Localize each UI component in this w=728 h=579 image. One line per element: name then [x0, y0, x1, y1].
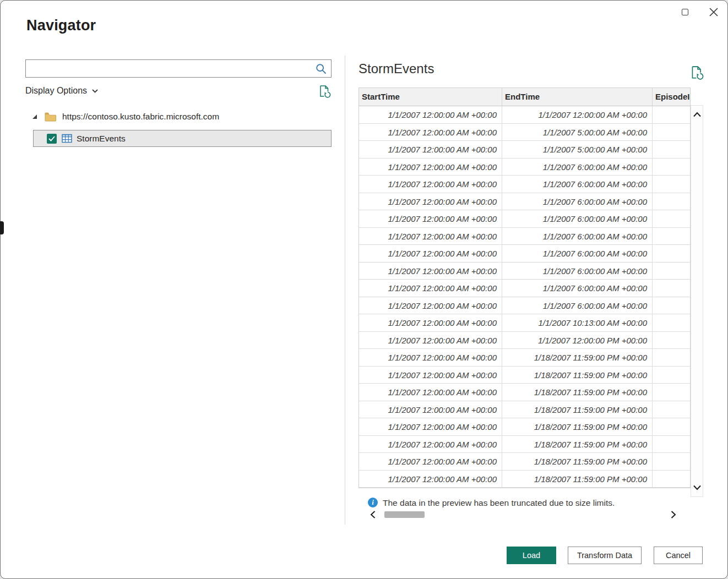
table-cell: 1/1/2007 12:00:00 AM +00:00 — [502, 106, 653, 124]
table-cell: 1/1/2007 12:00:00 AM +00:00 — [359, 401, 502, 419]
table-row: 1/1/2007 12:00:00 AM +00:001/1/2007 6:00… — [359, 228, 690, 245]
tree-item-label: StormEvents — [77, 134, 126, 144]
expander-collapse-icon[interactable] — [31, 113, 38, 120]
search-box — [25, 59, 332, 78]
tree-item-stormevents[interactable]: StormEvents — [33, 130, 332, 147]
table-cell: 1/1/2007 12:00:00 PM +00:00 — [502, 332, 653, 349]
table-cell: 1/18/2007 11:59:00 PM +00:00 — [502, 418, 653, 436]
table-cell: 1/1/2007 12:00:00 AM +00:00 — [359, 332, 502, 349]
maximize-icon — [682, 9, 688, 15]
table-cell: 1/1/2007 12:00:00 AM +00:00 — [359, 228, 502, 245]
table-cell: 1/1/2007 12:00:00 AM +00:00 — [359, 297, 502, 315]
table-row: 1/1/2007 12:00:00 AM +00:001/18/2007 11:… — [359, 384, 690, 401]
table-cell: 1/1/2007 6:00:00 AM +00:00 — [502, 228, 653, 245]
table-cell: 1/18/2007 11:59:00 PM +00:00 — [502, 384, 653, 401]
table-row: 1/1/2007 12:00:00 AM +00:001/18/2007 11:… — [359, 436, 690, 454]
table-cell: 1/1/2007 12:00:00 AM +00:00 — [359, 314, 502, 332]
table-row: 1/1/2007 12:00:00 AM +00:001/1/2007 6:00… — [359, 193, 690, 211]
table-cell — [653, 349, 690, 367]
display-options-row: Display Options — [25, 86, 332, 100]
column-header-episodeid: EpisodeId — [653, 88, 690, 106]
table-cell: 1/1/2007 12:00:00 AM +00:00 — [359, 176, 502, 193]
table-cell: 1/18/2007 11:59:00 PM +00:00 — [502, 401, 653, 419]
table-cell — [653, 436, 690, 454]
navigator-dialog: Navigator Display Options — [0, 0, 728, 579]
search-icon[interactable] — [315, 63, 327, 75]
table-cell: 1/1/2007 12:00:00 AM +00:00 — [359, 124, 502, 141]
table-cell: 1/1/2007 6:00:00 AM +00:00 — [502, 210, 653, 228]
table-cell: 1/1/2007 12:00:00 AM +00:00 — [359, 210, 502, 228]
scroll-left-button[interactable] — [367, 510, 378, 520]
tree-root-node[interactable]: https://contoso.kusto.fabric.microsoft.c… — [25, 108, 332, 125]
table-row: 1/1/2007 12:00:00 AM +00:001/1/2007 6:00… — [359, 280, 690, 297]
preview-refresh-button[interactable] — [689, 65, 704, 81]
close-icon — [709, 7, 719, 17]
maximize-button[interactable] — [678, 5, 692, 19]
table-cell: 1/18/2007 11:59:00 PM +00:00 — [502, 367, 653, 384]
table-row: 1/1/2007 12:00:00 AM +00:001/1/2007 6:00… — [359, 210, 690, 228]
table-cell — [653, 367, 690, 384]
table-cell: 1/1/2007 6:00:00 AM +00:00 — [502, 280, 653, 297]
table-cell: 1/1/2007 12:00:00 AM +00:00 — [359, 280, 502, 297]
preview-table: StartTime EndTime EpisodeId 1/1/2007 12:… — [358, 88, 691, 488]
truncation-notice: i The data in the preview has been trunc… — [368, 498, 676, 508]
table-row: 1/1/2007 12:00:00 AM +00:001/18/2007 11:… — [359, 401, 690, 419]
table-row: 1/1/2007 12:00:00 AM +00:001/18/2007 11:… — [359, 418, 690, 436]
scroll-up-button[interactable] — [691, 108, 703, 121]
table-row: 1/1/2007 12:00:00 AM +00:001/1/2007 6:00… — [359, 263, 690, 280]
cancel-button[interactable]: Cancel — [654, 547, 703, 564]
table-row: 1/1/2007 12:00:00 AM +00:001/1/2007 6:00… — [359, 245, 690, 263]
search-input[interactable] — [26, 60, 315, 77]
table-cell: 1/1/2007 12:00:00 AM +00:00 — [359, 193, 502, 211]
load-button[interactable]: Load — [507, 547, 556, 564]
truncation-notice-text: The data in the preview has been truncat… — [383, 498, 615, 508]
table-cell: 1/18/2007 11:59:00 PM +00:00 — [502, 436, 653, 454]
table-cell: 1/1/2007 12:00:00 AM +00:00 — [359, 384, 502, 401]
table-cell — [653, 124, 690, 141]
table-icon — [62, 133, 72, 144]
table-cell — [653, 280, 690, 297]
column-header-endtime: EndTime — [502, 88, 653, 106]
table-cell: 1/1/2007 12:00:00 AM +00:00 — [359, 453, 502, 471]
table-cell: 1/1/2007 6:00:00 AM +00:00 — [502, 297, 653, 315]
checkbox-checked[interactable] — [47, 134, 57, 144]
table-cell — [653, 314, 690, 332]
table-cell — [653, 263, 690, 280]
vertical-scrollbar[interactable] — [691, 105, 703, 497]
table-cell — [653, 159, 690, 176]
horizontal-scrollbar-thumb[interactable] — [384, 511, 425, 518]
close-button[interactable] — [707, 5, 721, 19]
table-row: 1/1/2007 12:00:00 AM +00:001/1/2007 10:1… — [359, 314, 690, 332]
table-row: 1/1/2007 12:00:00 AM +00:001/1/2007 6:00… — [359, 297, 690, 315]
table-cell — [653, 297, 690, 315]
transform-data-button[interactable]: Transform Data — [568, 547, 642, 564]
display-options-label: Display Options — [25, 86, 87, 96]
table-cell — [653, 471, 690, 488]
table-cell — [653, 453, 690, 471]
tree-root-label: https://contoso.kusto.fabric.microsoft.c… — [62, 112, 219, 122]
table-cell — [653, 193, 690, 211]
table-cell: 1/1/2007 12:00:00 AM +00:00 — [359, 245, 502, 263]
table-cell — [653, 176, 690, 193]
table-cell: 1/1/2007 12:00:00 AM +00:00 — [359, 349, 502, 367]
table-cell — [653, 245, 690, 263]
display-options-dropdown[interactable]: Display Options — [25, 86, 98, 96]
horizontal-scrollbar[interactable] — [367, 510, 679, 520]
table-cell: 1/18/2007 11:59:00 PM +00:00 — [502, 349, 653, 367]
scroll-right-button[interactable] — [668, 510, 679, 520]
window-controls — [678, 5, 721, 19]
table-cell: 1/1/2007 12:00:00 AM +00:00 — [359, 418, 502, 436]
table-row: 1/1/2007 12:00:00 AM +00:001/1/2007 12:0… — [359, 332, 690, 349]
table-cell: 1/1/2007 12:00:00 AM +00:00 — [359, 367, 502, 384]
table-row: 1/1/2007 12:00:00 AM +00:001/18/2007 11:… — [359, 471, 690, 488]
folder-icon — [45, 112, 56, 122]
table-cell: 1/1/2007 6:00:00 AM +00:00 — [502, 245, 653, 263]
table-cell: 1/1/2007 5:00:00 AM +00:00 — [502, 141, 653, 159]
table-row: 1/1/2007 12:00:00 AM +00:001/18/2007 11:… — [359, 453, 690, 471]
preview-table-body: 1/1/2007 12:00:00 AM +00:001/1/2007 12:0… — [359, 106, 690, 488]
refresh-button[interactable] — [317, 85, 332, 99]
panel-divider — [345, 56, 345, 525]
table-cell: 1/18/2007 11:59:00 PM +00:00 — [502, 453, 653, 471]
chevron-up-icon — [693, 112, 702, 117]
scroll-down-button[interactable] — [691, 481, 703, 494]
